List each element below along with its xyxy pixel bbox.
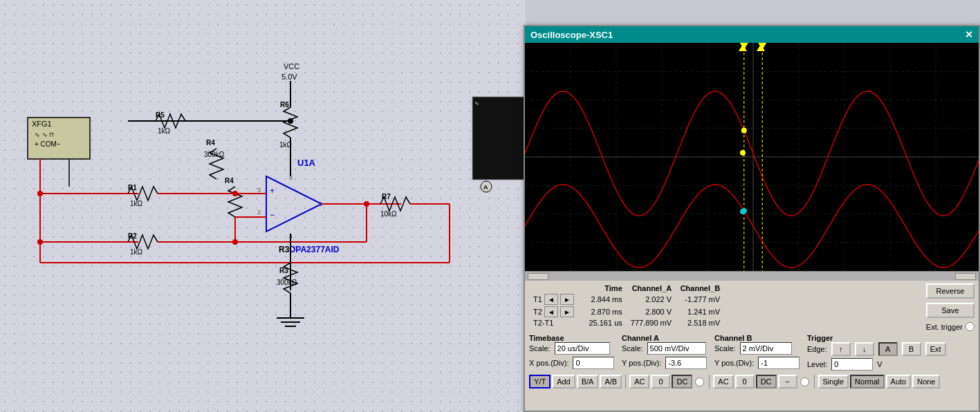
timebase-scale-row: Scale: [529,342,619,355]
oscilloscope-window: Oscilloscope-XSC1 ✕ [524,25,980,412]
channel-b-section: Channel B Scale: Y pos.(Div): [714,334,804,371]
t1-chb: -1.277 mV [676,293,724,306]
trigger-level-input[interactable] [831,358,873,371]
t1-marker-triangle [739,44,747,51]
chb-ac-btn[interactable]: AC [713,375,733,388]
ba-button[interactable]: B/A [577,375,599,388]
oscilloscope-display [525,43,979,271]
trigger-edge-label: Edge: [807,345,827,353]
edge-a-btn[interactable]: A [878,342,898,356]
chb-radio[interactable] [800,377,809,386]
svg-text:U1A: U1A [297,158,316,168]
trigger-level-label: Level: [807,360,827,368]
meas-header-chb: Channel_B [676,283,724,293]
timebase-scale-input[interactable] [555,342,610,355]
trigger-edge-row: Edge: ↑ ↓ A B Ext [807,342,946,356]
cursor-dot-yellow [740,150,746,156]
chb-scale-input[interactable] [740,342,792,355]
svg-marker-32 [266,176,322,232]
svg-text:1kΩ: 1kΩ [130,248,143,256]
cha-label: Channel A [622,334,710,342]
osc-controls: Time Channel_A Channel_B T1 ◄ ► [525,281,979,391]
chb-ypos-input[interactable] [758,357,799,369]
t2-left-btn[interactable]: ◄ [544,306,558,317]
bottom-buttons-row: Y/T Add B/A A/B AC 0 DC AC 0 DC − Single… [529,375,974,388]
trigger-section: Trigger Edge: ↑ ↓ A B Ext Level: V [807,334,946,373]
cha-ypos-input[interactable] [665,357,707,369]
t2t1-row: T2-T1 25.161 us 777.890 mV 2.518 mV [529,318,724,328]
ab-button[interactable]: A/B [600,375,622,388]
t1-row: T1 ◄ ► 2.844 ms 2.022 V -1.277 mV [529,293,724,306]
meas-header-empty [529,283,578,293]
svg-text:R4: R4 [225,177,234,185]
trigger-label: Trigger [807,334,945,342]
edge-ext-btn[interactable]: Ext [925,342,946,356]
ext-trigger-area: Ext. trigger [926,322,974,331]
meas-header-cha: Channel_A [627,283,676,293]
add-button[interactable]: Add [552,375,575,388]
divider-2 [709,375,710,388]
scroll-thumb[interactable] [528,273,548,280]
single-btn[interactable]: Single [818,375,849,388]
osc-scrollbar[interactable] [525,271,979,281]
chb-minus-btn[interactable]: − [778,375,797,388]
svg-text:R6: R6 [280,101,289,109]
t2t1-time: 25.161 us [578,318,627,328]
chb-label: Channel B [714,334,803,342]
t2-row: T2 ◄ ► 2.870 ms 2.800 V 1.241 mV [529,306,724,318]
cha-0-btn[interactable]: 0 [651,375,670,388]
svg-text:+ COM−: + COM− [35,140,61,148]
chb-dc-btn[interactable]: DC [756,375,777,388]
svg-text:2: 2 [257,209,261,216]
cha-radio[interactable] [695,377,704,386]
t2t1-cha: 777.890 mV [627,318,676,328]
cursor-measurements: Time Channel_A Channel_B T1 ◄ ► [529,283,922,331]
t2t1-label: T2-T1 [529,318,578,328]
osc-waveform-canvas [525,43,979,271]
t2t1-chb: 2.518 mV [676,318,724,328]
timebase-xpos-input[interactable] [573,357,614,369]
timebase-xpos-row: X pos.(Div): [529,357,619,369]
channel-a-section: Channel A Scale: Y pos.(Div): [622,334,712,371]
settings-row: Timebase Scale: X pos.(Div): Channel A S… [529,334,974,373]
cha-dc-btn[interactable]: DC [672,375,692,388]
scroll-thumb-right[interactable] [955,273,976,280]
yt-button[interactable]: Y/T [529,375,551,388]
edge-rising-btn[interactable]: ↑ [831,342,851,356]
trigger-level-unit: V [877,360,882,368]
svg-text:∿: ∿ [474,100,479,106]
svg-text:300kΩ: 300kΩ [204,151,225,158]
chb-ypos-label: Y pos.(Div): [714,359,754,367]
auto-btn[interactable]: Auto [886,375,912,388]
meas-header-time: Time [578,283,627,293]
svg-text:10kΩ: 10kΩ [380,210,397,218]
t2-chb: 1.241 mV [676,306,724,318]
cha-scale-input[interactable] [647,342,706,355]
ext-trigger-radio[interactable] [965,322,974,331]
svg-text:OPA2377AID: OPA2377AID [289,245,340,254]
cursor-dot-teal [740,209,746,214]
t1-cha: 2.022 V [627,293,676,306]
normal-btn[interactable]: Normal [850,375,884,388]
svg-text:A: A [483,184,488,191]
none-btn[interactable]: None [912,375,940,388]
save-button[interactable]: Save [926,303,974,318]
edge-falling-btn[interactable]: ↓ [855,342,874,356]
reverse-button[interactable]: Reverse [926,283,974,299]
osc-close-button[interactable]: ✕ [965,29,973,40]
edge-b-btn[interactable]: B [902,342,921,356]
cha-ac-btn[interactable]: AC [629,375,649,388]
svg-point-28 [288,118,293,124]
schematic-area: XFG1 ∿ ∿ ⊓ + COM− R1 1kΩ R2 1kΩ R4 [0,0,526,412]
t1-left-btn[interactable]: ◄ [544,294,558,305]
svg-text:1kΩ: 1kΩ [158,127,171,135]
svg-text:3: 3 [257,187,261,194]
svg-text:8: 8 [289,174,293,181]
t1-right-btn[interactable]: ► [560,294,574,305]
timebase-label: Timebase [529,334,618,342]
oscilloscope-titlebar[interactable]: Oscilloscope-XSC1 ✕ [525,26,979,43]
measurements-row: Time Channel_A Channel_B T1 ◄ ► [529,283,974,331]
measurements-table: Time Channel_A Channel_B T1 ◄ ► [529,283,724,328]
t2-right-btn[interactable]: ► [560,306,574,317]
chb-0-btn[interactable]: 0 [735,375,755,388]
